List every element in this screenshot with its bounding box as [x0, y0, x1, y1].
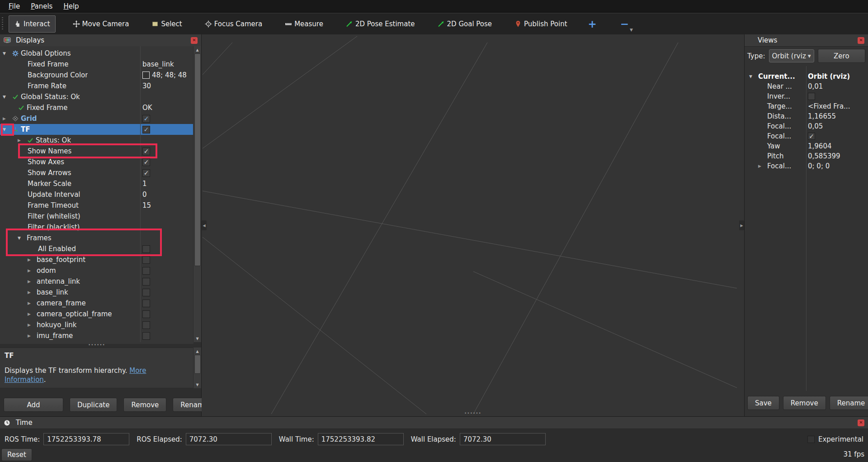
field-value-input[interactable]: 7072.30: [186, 433, 272, 445]
row-value[interactable]: [142, 310, 193, 318]
checkbox-unchecked[interactable]: [142, 310, 150, 318]
bottom-splitter-handle[interactable]: ••••••: [202, 411, 744, 415]
view-type-dropdown[interactable]: Orbit (rviz ▼: [769, 49, 814, 62]
expand-right-icon[interactable]: ▶: [28, 312, 37, 316]
add-button[interactable]: Add: [4, 398, 63, 412]
menu-help[interactable]: Help: [58, 1, 84, 12]
checkbox-unchecked[interactable]: [142, 245, 150, 253]
remove-button[interactable]: Remove: [123, 398, 166, 412]
display-row-global-status-ok[interactable]: ▼Global Status: Ok: [0, 91, 193, 102]
remove-view-button[interactable]: Remove: [783, 396, 826, 410]
display-row-imu-frame[interactable]: ▶imu_frame: [0, 330, 193, 341]
displays-scrollbar[interactable]: ▲ ▼: [193, 46, 201, 342]
expand-down-icon[interactable]: ▼: [3, 51, 12, 56]
expand-down-icon[interactable]: ▼: [749, 74, 758, 79]
close-icon[interactable]: ✕: [858, 419, 864, 426]
scroll-down-icon[interactable]: ▼: [196, 335, 198, 342]
displays-panel-header[interactable]: Displays ✕: [0, 34, 201, 47]
row-value[interactable]: 0,05: [808, 122, 868, 130]
display-row-base-footprint[interactable]: ▶base_footprint: [0, 254, 193, 265]
views-panel-header[interactable]: Views ✕: [745, 34, 868, 47]
row-value[interactable]: 15: [142, 201, 193, 210]
display-row-global-options[interactable]: ▼Global Options: [0, 48, 193, 59]
rename-view-button[interactable]: Rename: [830, 396, 868, 410]
row-value[interactable]: <Fixed Fra...: [808, 102, 868, 110]
row-value[interactable]: [142, 300, 193, 307]
tool-button-publish-point[interactable]: Publish Point: [509, 15, 572, 33]
save-button[interactable]: Save: [747, 396, 779, 410]
display-row-odom[interactable]: ▶odom: [0, 265, 193, 276]
row-value[interactable]: [142, 278, 193, 286]
row-value[interactable]: Orbit (rviz): [808, 72, 868, 81]
row-value[interactable]: [142, 321, 193, 329]
color-swatch[interactable]: [142, 71, 150, 79]
checkbox-unchecked[interactable]: [142, 256, 150, 264]
scroll-up-icon[interactable]: ▲: [196, 348, 198, 355]
row-value[interactable]: ✓: [142, 169, 193, 177]
checkbox-unchecked[interactable]: [142, 321, 150, 329]
row-value[interactable]: ✓: [808, 133, 868, 140]
toolbar-grip-handle[interactable]: [2, 17, 5, 31]
row-value[interactable]: 0: [142, 191, 193, 199]
row-value[interactable]: 0; 0; 0: [808, 162, 868, 170]
display-row-background-color[interactable]: Background Color48; 48; 48: [0, 70, 193, 81]
row-value[interactable]: ✓: [142, 158, 193, 166]
checkbox-unchecked[interactable]: [142, 289, 150, 296]
menu-file[interactable]: File: [4, 1, 25, 12]
field-value-input[interactable]: 1752253393.78: [43, 433, 129, 445]
row-value[interactable]: [142, 332, 193, 340]
reset-button[interactable]: Reset: [1, 448, 32, 461]
scrollbar-thumb[interactable]: [194, 53, 201, 266]
expand-down-icon[interactable]: ▼: [3, 95, 12, 99]
panel-splitter-handle[interactable]: ••••••: [0, 343, 193, 347]
row-value[interactable]: 0,585399: [808, 152, 868, 160]
display-row-frame-timeout[interactable]: Frame Timeout15: [0, 200, 193, 211]
display-row-all-enabled[interactable]: All Enabled: [0, 243, 193, 254]
checkbox-checked[interactable]: ✓: [142, 126, 150, 133]
tool-button-select[interactable]: Select: [146, 15, 187, 33]
menu-panels[interactable]: Panels: [26, 1, 57, 12]
display-row-show-names[interactable]: Show Names✓: [0, 146, 193, 157]
display-row-filter-blacklist-[interactable]: Filter (blacklist): [0, 222, 193, 233]
expand-right-icon[interactable]: ▶: [28, 290, 37, 295]
tool-button-move-camera[interactable]: Move Camera: [67, 15, 135, 33]
row-value[interactable]: [142, 245, 193, 253]
display-row-fixed-frame[interactable]: Fixed FrameOK: [0, 102, 193, 113]
checkbox-checked[interactable]: ✓: [142, 115, 150, 123]
expand-right-icon[interactable]: ▶: [28, 323, 37, 327]
display-row-antenna-link[interactable]: ▶antenna_link: [0, 276, 193, 287]
scrollbar-thumb[interactable]: [194, 355, 201, 374]
checkbox-unchecked[interactable]: [142, 267, 150, 275]
description-scrollbar[interactable]: ▲ ▼: [193, 348, 201, 388]
tool-button-2d-pose-estimate[interactable]: 2D Pose Estimate: [340, 15, 420, 33]
scroll-up-icon[interactable]: ▲: [196, 46, 198, 53]
toolbar-dropdown-arrow-icon[interactable]: ▼: [630, 28, 633, 35]
display-row-camera-optical-frame[interactable]: ▶camera_optical_frame: [0, 309, 193, 319]
checkbox-checked[interactable]: ✓: [142, 158, 150, 166]
checkbox-unchecked[interactable]: [142, 332, 150, 340]
row-value[interactable]: 1,16655: [808, 112, 868, 120]
display-row-base-link[interactable]: ▶base_link: [0, 287, 193, 298]
display-row-camera-frame[interactable]: ▶camera_frame: [0, 298, 193, 309]
row-value[interactable]: ✓: [142, 148, 193, 155]
row-value[interactable]: ✓: [142, 126, 193, 133]
remove-tool-button[interactable]: −: [620, 19, 629, 29]
tool-button-focus-camera[interactable]: Focus Camera: [199, 15, 268, 33]
row-value[interactable]: OK: [142, 104, 193, 112]
display-row-marker-scale[interactable]: Marker Scale1: [0, 178, 193, 189]
row-value[interactable]: 30: [142, 82, 193, 90]
expand-right-icon[interactable]: ▶: [18, 138, 27, 143]
display-row-update-interval[interactable]: Update Interval0: [0, 189, 193, 200]
tool-button-measure[interactable]: Measure: [279, 15, 329, 33]
time-panel-header[interactable]: Time ✕: [0, 417, 868, 429]
expand-down-icon[interactable]: ▼: [3, 127, 12, 132]
display-row-frame-rate[interactable]: Frame Rate30: [0, 81, 193, 91]
checkbox-unchecked[interactable]: [142, 300, 150, 307]
checkbox-unchecked[interactable]: [808, 93, 815, 100]
close-icon[interactable]: ✕: [191, 37, 198, 44]
add-tool-button[interactable]: +: [588, 19, 597, 29]
display-row-frames[interactable]: ▼Frames: [0, 233, 193, 243]
display-row-grid[interactable]: ▶Grid✓: [0, 113, 193, 124]
row-value[interactable]: ✓: [142, 115, 193, 123]
checkbox-unchecked[interactable]: [807, 436, 815, 443]
